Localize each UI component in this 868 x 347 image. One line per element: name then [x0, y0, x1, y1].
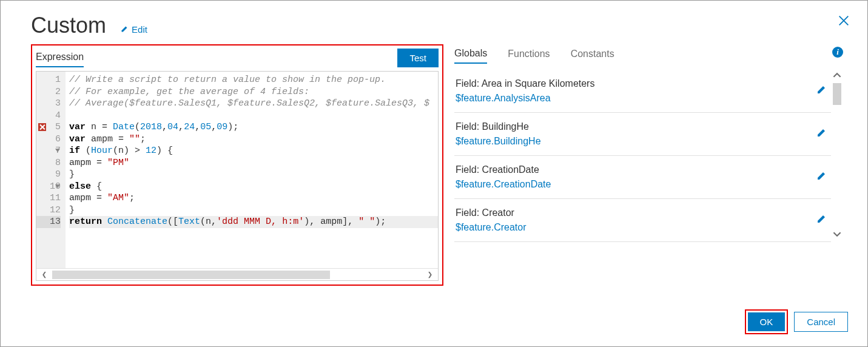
fold-icon[interactable] [55, 149, 60, 152]
vscroll-track[interactable] [833, 83, 841, 229]
scroll-down-icon[interactable] [833, 230, 841, 241]
line-number: 12 [36, 204, 61, 217]
code-line[interactable] [69, 110, 438, 122]
close-icon[interactable] [837, 14, 850, 30]
code-line[interactable]: return Concatenate([Text(n,'ddd MMM D, h… [69, 216, 438, 228]
dialog-header: Custom Edit [31, 13, 843, 38]
tab-functions[interactable]: Functions [508, 45, 550, 63]
line-number: 1 [36, 74, 61, 86]
code-line[interactable]: ampm = "PM" [69, 157, 438, 169]
pencil-icon[interactable] [816, 85, 826, 97]
line-number: 2 [36, 86, 61, 98]
ok-button-highlight: OK [745, 309, 789, 334]
code-line[interactable]: ampm = "AM"; [69, 192, 438, 204]
pencil-icon[interactable] [816, 171, 826, 183]
code-line[interactable]: else { [69, 181, 438, 193]
code-line[interactable]: var ampm = ""; [69, 133, 438, 146]
pencil-icon[interactable] [816, 214, 826, 226]
code-line[interactable]: } [69, 169, 438, 181]
code-line[interactable]: if (Hour(n) > 12) { [69, 145, 438, 157]
reference-tabs: Globals Functions Constants [454, 44, 843, 64]
field-item: Field: BuildingHe$feature.BuildingHe [454, 113, 831, 156]
pencil-icon [121, 25, 128, 33]
field-item: Field: Area in Square Kilometers$feature… [454, 70, 831, 113]
cancel-button[interactable]: Cancel [794, 312, 848, 332]
error-icon [38, 123, 46, 131]
ok-button[interactable]: OK [748, 312, 786, 331]
vscroll-thumb[interactable] [833, 83, 841, 105]
edit-label: Edit [132, 24, 147, 35]
line-number: 3 [36, 98, 61, 110]
tab-expression[interactable]: Expression [36, 48, 84, 67]
test-button[interactable]: Test [397, 49, 439, 67]
line-number: 11 [36, 192, 61, 204]
globals-field-list: Field: Area in Square Kilometers$feature… [454, 70, 831, 242]
scroll-right-icon[interactable]: ❯ [422, 269, 438, 280]
editor-horizontal-scrollbar[interactable]: ❮ ❯ [36, 268, 438, 280]
pencil-icon[interactable] [816, 128, 826, 140]
field-reference[interactable]: $feature.CreationDate [456, 179, 807, 190]
field-reference[interactable]: $feature.BuildingHe [456, 136, 807, 147]
info-icon[interactable]: i [832, 47, 843, 58]
line-number: 8 [36, 157, 61, 169]
field-reference[interactable]: $feature.Creator [456, 222, 807, 233]
tab-constants[interactable]: Constants [571, 45, 614, 63]
editor-gutter: 12345678910111213 [36, 72, 66, 268]
scroll-left-icon[interactable]: ❮ [36, 269, 52, 280]
dialog-footer: OK Cancel [745, 309, 848, 334]
tab-globals[interactable]: Globals [454, 44, 487, 64]
line-number: 9 [36, 169, 61, 181]
field-item: Field: Creator$feature.Creator [454, 199, 831, 242]
code-line[interactable]: var n = Date(2018,04,24,05,09); [69, 121, 438, 133]
field-label: Field: Area in Square Kilometers [456, 78, 807, 89]
code-editor[interactable]: 12345678910111213 // Write a script to r… [36, 71, 439, 281]
dialog-title: Custom [31, 13, 106, 38]
line-number: 7 [36, 145, 61, 157]
line-number: 13 [36, 216, 61, 228]
code-line[interactable]: // Average($feature.SalesQ1, $feature.Sa… [69, 98, 438, 110]
field-item: Field: CreationDate$feature.CreationDate [454, 156, 831, 199]
code-line[interactable]: // Write a script to return a value to s… [69, 74, 438, 86]
hscroll-track[interactable] [52, 271, 422, 279]
line-number: 4 [36, 110, 61, 122]
code-line[interactable]: // For example, get the average of 4 fie… [69, 86, 438, 98]
scroll-up-icon[interactable] [833, 71, 841, 82]
hscroll-thumb[interactable] [52, 271, 330, 279]
line-number: 10 [36, 181, 61, 193]
field-label: Field: CreationDate [456, 164, 807, 175]
fold-icon[interactable] [55, 184, 60, 188]
expression-panel-highlight: Expression Test 12345678910111213 // Wri… [31, 44, 443, 286]
edit-title-link[interactable]: Edit [121, 24, 147, 35]
expression-dialog: Custom Edit Expression Test 123456789101… [0, 0, 868, 347]
code-line[interactable]: } [69, 204, 438, 217]
line-number: 6 [36, 133, 61, 146]
field-label: Field: BuildingHe [456, 121, 807, 132]
fields-vertical-scrollbar[interactable] [831, 70, 843, 242]
field-reference[interactable]: $feature.AnalysisArea [456, 93, 807, 104]
line-number: 5 [36, 121, 61, 133]
editor-lines[interactable]: // Write a script to return a value to s… [66, 72, 438, 268]
field-label: Field: Creator [456, 207, 807, 218]
